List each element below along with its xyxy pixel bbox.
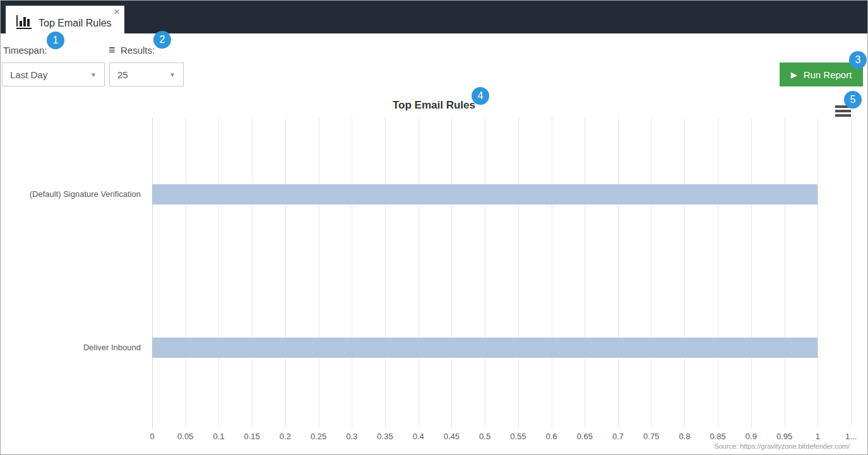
x-tick-label: 0.25 [311, 432, 326, 441]
chevron-down-icon: ▼ [169, 71, 175, 78]
gridline [552, 117, 552, 428]
gridline [618, 117, 619, 428]
gridline [485, 117, 485, 428]
x-tick-label: 0.5 [479, 432, 490, 441]
gridline [817, 117, 818, 428]
x-tick-label: 1... [845, 432, 857, 441]
x-tick-label: 0.3 [346, 432, 357, 441]
gridline [518, 117, 519, 428]
gridline [718, 117, 718, 428]
run-report-label: Run Report [804, 69, 852, 80]
list-icon: ≡ [109, 44, 116, 57]
x-tick-label: 0.9 [746, 432, 757, 441]
x-tick-label: 0.05 [177, 432, 193, 441]
gridline [186, 117, 186, 428]
x-tick-label: 0.95 [776, 432, 792, 441]
x-tick-label: 0.8 [679, 432, 690, 441]
x-tick-label: 0.55 [510, 432, 526, 441]
x-tick-label: 0.65 [577, 432, 593, 441]
bar--default-signature-verification[interactable] [152, 184, 817, 204]
play-icon: ▶ [791, 70, 797, 80]
x-tick-label: 0.4 [413, 432, 424, 441]
tab-title: Top Email Rules [39, 18, 112, 29]
report-window: Top Email Rules ✕ Timespan: ≡ Results: L… [0, 0, 868, 455]
timespan-value: Last Day [10, 69, 47, 80]
chart-title: Top Email Rules [1, 99, 867, 112]
bar-deliver-inbound[interactable] [152, 338, 817, 358]
gridline [585, 117, 585, 428]
x-tick-label: 0.2 [280, 432, 291, 441]
gridline [684, 117, 685, 428]
results-dropdown[interactable]: 25 ▼ [109, 62, 184, 86]
gridline [851, 117, 852, 428]
x-tick-label: 0.15 [244, 432, 259, 441]
gridline [751, 117, 752, 428]
plot-area [152, 117, 851, 425]
window-header-bar [1, 1, 867, 33]
x-tick-label: 0.7 [612, 432, 624, 441]
results-label: Results: [121, 45, 155, 56]
gridline [651, 117, 652, 428]
bar-chart-icon [16, 15, 33, 32]
category-label: Deliver Inbound [1, 343, 141, 352]
timespan-dropdown[interactable]: Last Day ▼ [2, 62, 105, 86]
callout-badge-5: 5 [844, 91, 862, 109]
gridline [451, 117, 452, 428]
x-tick-label: 0.85 [710, 432, 725, 441]
results-value: 25 [117, 69, 128, 80]
x-tick-label: 0.6 [546, 432, 557, 441]
chevron-down-icon: ▼ [90, 71, 97, 78]
x-tick-label: 0.1 [213, 432, 224, 441]
gridline [218, 117, 219, 428]
x-axis-line [152, 117, 153, 428]
x-tick-label: 1 [816, 432, 820, 441]
gridline [419, 117, 419, 428]
callout-badge-4: 4 [472, 87, 489, 105]
gridline [385, 117, 386, 428]
callout-badge-3: 3 [849, 51, 867, 69]
gridline [319, 117, 319, 428]
tab-top-email-rules[interactable]: Top Email Rules ✕ [6, 6, 124, 40]
gridline [252, 117, 253, 428]
x-tick-label: 0.75 [643, 432, 659, 441]
x-tick-label: 0.45 [444, 432, 460, 441]
close-icon[interactable]: ✕ [114, 8, 120, 16]
gridline [352, 117, 352, 428]
x-tick-label: 0 [150, 432, 154, 441]
gridline [285, 117, 286, 428]
timespan-label: Timespan: [3, 45, 47, 56]
category-label: (Default) Signature Verification [1, 189, 141, 199]
gridline [785, 117, 785, 428]
x-tick-label: 0.35 [377, 432, 393, 441]
callout-badge-1: 1 [47, 32, 64, 49]
source-note: Source: https://gravityzone.bitdefender.… [714, 442, 850, 450]
callout-badge-2: 2 [153, 31, 171, 49]
run-report-button[interactable]: ▶ Run Report [780, 62, 863, 86]
